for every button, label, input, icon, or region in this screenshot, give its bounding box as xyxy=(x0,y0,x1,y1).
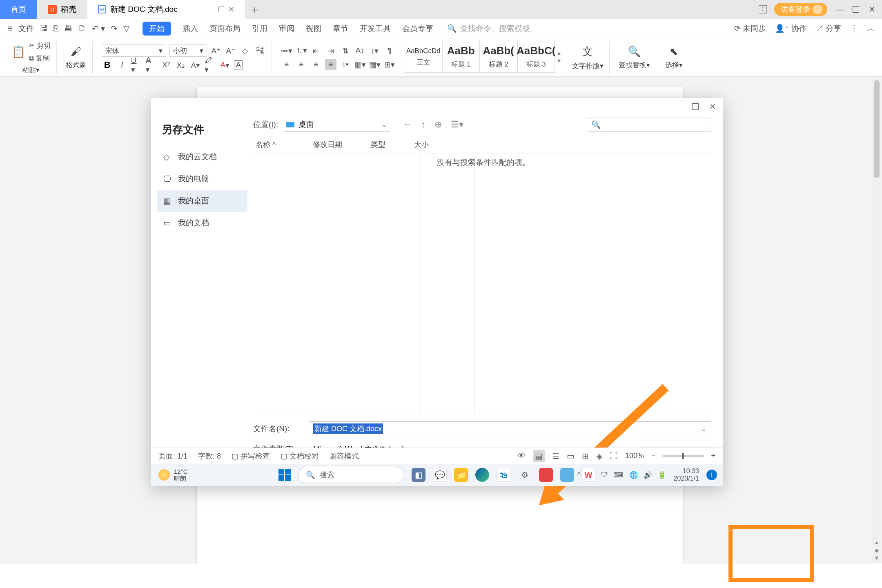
doc-proof[interactable]: ▢ 文档校对 xyxy=(281,451,319,461)
undo-icon[interactable]: ↶ ▾ xyxy=(92,24,105,33)
web-view-icon[interactable]: ⊞ xyxy=(582,451,589,461)
typeset-button[interactable]: 文文字排版▾ xyxy=(566,41,610,74)
menu-ref[interactable]: 引用 xyxy=(252,23,267,34)
save-icon[interactable]: 🖫 xyxy=(40,24,48,33)
guest-login-button[interactable]: 访客登录 xyxy=(774,3,827,16)
increase-indent-icon[interactable]: ⇥ xyxy=(325,45,336,56)
zoom-out-icon[interactable]: − xyxy=(651,452,656,460)
wps-icon[interactable]: W xyxy=(581,468,595,482)
text-effects-button[interactable]: A▾ xyxy=(190,59,201,71)
style-normal[interactable]: AaBbCcDd正文 xyxy=(405,41,442,73)
styles-gallery[interactable]: AaBbCcDd正文 AaBb标题 1 AaBb(标题 2 AaBbC(标题 3… xyxy=(405,41,563,73)
print-icon[interactable]: 🖶 xyxy=(64,24,72,33)
maximize-button[interactable] xyxy=(853,6,859,13)
fit-icon[interactable]: ⛶ xyxy=(610,451,618,461)
keyboard-icon[interactable]: ⌨ xyxy=(613,471,624,479)
start-button[interactable] xyxy=(278,469,291,481)
subscript-button[interactable]: X₂ xyxy=(175,59,187,71)
dialog-search-input[interactable]: 🔍 xyxy=(587,118,711,131)
taskbar-search[interactable]: 🔍 搜索 xyxy=(298,467,404,483)
notification-badge[interactable]: 1 xyxy=(706,470,717,480)
find-replace-button[interactable]: 🔍查找替换▾ xyxy=(613,41,656,74)
more-icon[interactable]: ⋮ xyxy=(850,24,858,33)
tab-close-icon[interactable]: ✕ xyxy=(228,5,234,14)
tab-document[interactable]: W新建 DOC 文档.doc✕ xyxy=(87,0,245,19)
redo-icon[interactable]: ↷ xyxy=(111,24,118,33)
spell-check[interactable]: ▢ 拼写检查 xyxy=(232,451,270,461)
clear-format-icon[interactable]: ◇ xyxy=(240,45,251,56)
col-type[interactable]: 类型 xyxy=(371,140,385,149)
menu-insert[interactable]: 插入 xyxy=(183,23,198,34)
increase-font-icon[interactable]: A⁺ xyxy=(210,45,222,56)
tab-daoke[interactable]: D稻壳 xyxy=(37,0,87,19)
menu-review[interactable]: 审阅 xyxy=(279,23,294,34)
view-mode-icon[interactable]: ☰▾ xyxy=(451,119,463,130)
vertical-scrollbar[interactable]: ▲◆▼ xyxy=(872,77,881,564)
style-heading1[interactable]: AaBb标题 1 xyxy=(442,41,480,73)
align-justify-icon[interactable]: ≡ xyxy=(325,59,336,70)
print-preview-icon[interactable]: 🗋 xyxy=(78,24,86,33)
zoom-slider[interactable] xyxy=(663,455,704,457)
eye-icon[interactable]: 👁 xyxy=(517,451,526,461)
page-indicator[interactable]: 页面: 1/1 xyxy=(158,451,187,461)
app-red-icon[interactable] xyxy=(539,468,553,482)
copy-button[interactable]: ⧉ 复制 xyxy=(29,53,51,63)
select-button[interactable]: ⬉选择▾ xyxy=(659,41,688,74)
cut-button[interactable]: ✂ 剪切 xyxy=(29,41,51,50)
share-button[interactable]: ↗ 分享 xyxy=(816,23,841,34)
menu-view[interactable]: 视图 xyxy=(306,23,321,34)
save-as-icon[interactable]: ⎘ xyxy=(53,24,58,33)
paste-icon[interactable]: 📋 xyxy=(11,45,26,58)
highlight-button[interactable]: 🖍▾ xyxy=(205,59,216,71)
dropdown-icon[interactable]: ▽ xyxy=(123,24,129,33)
window-layout-icon[interactable]: 1 xyxy=(759,5,767,13)
shading-icon[interactable]: ▦▾ xyxy=(369,59,381,70)
network-icon[interactable]: 🌐 xyxy=(629,471,638,479)
sidebar-my-desktop[interactable]: ▦我的桌面 xyxy=(157,190,247,212)
read-view-icon[interactable]: ▭ xyxy=(567,451,575,461)
align-left-icon[interactable]: ≡ xyxy=(281,59,292,70)
menu-vip[interactable]: 会员专享 xyxy=(402,23,433,34)
underline-button[interactable]: U ▾ xyxy=(131,59,143,71)
columns-icon[interactable]: ▥▾ xyxy=(354,59,366,70)
battery-icon[interactable]: 🔋 xyxy=(658,471,666,479)
minimize-button[interactable]: — xyxy=(835,5,845,14)
up-icon[interactable]: ↑ xyxy=(421,119,425,130)
col-date[interactable]: 修改日期 xyxy=(313,140,342,149)
zoom-level[interactable]: 100% xyxy=(625,452,644,460)
hamburger-icon[interactable]: ≡ xyxy=(7,23,13,34)
paste-label[interactable]: 粘贴▾ xyxy=(22,65,40,75)
col-size[interactable]: 大小 xyxy=(414,140,429,149)
outline-view-icon[interactable]: ☰ xyxy=(552,451,559,461)
tab-home[interactable]: 首页 xyxy=(0,0,37,19)
add-tab-button[interactable]: ＋ xyxy=(245,0,264,19)
font-family-select[interactable]: 宋体▾ xyxy=(102,45,166,57)
word-count[interactable]: 字数: 8 xyxy=(198,451,221,461)
char-border-button[interactable]: A xyxy=(234,60,243,69)
task-view-icon[interactable]: ◧ xyxy=(412,468,425,482)
menu-start[interactable]: 开始 xyxy=(143,22,171,36)
menu-chapter[interactable]: 章节 xyxy=(333,23,348,34)
text-direction-icon[interactable]: A↕ xyxy=(354,45,366,56)
app-blue-icon[interactable] xyxy=(560,468,574,482)
styles-more-icon[interactable]: ▴▾ xyxy=(555,41,563,73)
bold-button[interactable]: B xyxy=(102,59,113,71)
sidebar-my-documents[interactable]: ▭我的文档 xyxy=(157,212,247,234)
superscript-button[interactable]: X² xyxy=(160,59,172,71)
phonetic-icon[interactable]: ㍻ xyxy=(254,45,266,56)
search-command[interactable]: 🔍 查找命令、搜索模板 xyxy=(447,23,530,34)
close-button[interactable]: ✕ xyxy=(866,4,877,14)
sidebar-cloud-docs[interactable]: ◇我的云文档 xyxy=(157,146,247,168)
chat-icon[interactable]: 💬 xyxy=(433,468,447,482)
edge-icon[interactable] xyxy=(475,468,489,482)
menu-dev[interactable]: 开发工具 xyxy=(360,23,391,34)
col-name[interactable]: 名称 ^ xyxy=(256,140,284,149)
volume-icon[interactable]: 🔊 xyxy=(644,471,652,479)
focus-icon[interactable]: ◈ xyxy=(596,451,602,461)
clock[interactable]: 10:332023/1/1 xyxy=(674,468,699,482)
explorer-icon[interactable]: 📁 xyxy=(454,468,468,482)
settings-icon[interactable]: ⚙ xyxy=(518,468,532,482)
tab-window-icon[interactable] xyxy=(218,7,224,12)
scrollbar-thumb[interactable] xyxy=(874,80,880,178)
italic-button[interactable]: I xyxy=(116,59,128,71)
